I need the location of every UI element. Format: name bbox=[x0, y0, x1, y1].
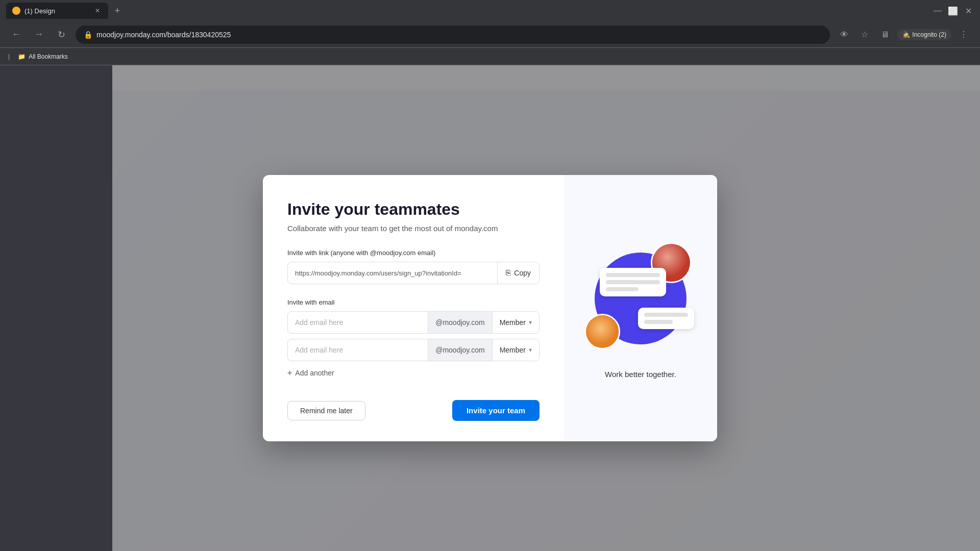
refresh-button[interactable]: ↻ bbox=[53, 27, 69, 43]
bookmarks-label: All Bookmarks bbox=[29, 53, 68, 60]
incognito-label: Incognito (2) bbox=[912, 31, 946, 38]
email-section-label: Invite with email bbox=[287, 298, 540, 306]
role-label-1: Member bbox=[500, 318, 526, 327]
copy-link-button[interactable]: ⎘ Copy bbox=[497, 262, 539, 284]
link-box: https://moodjoy.monday.com/users/sign_up… bbox=[287, 262, 540, 284]
invite-modal: Invite your teammates Collaborate with y… bbox=[263, 175, 717, 441]
email-row-1: @moodjoy.com Member ▾ bbox=[287, 311, 540, 334]
minimize-button[interactable]: — bbox=[932, 5, 943, 16]
link-section-label: Invite with link (anyone with @moodjoy.c… bbox=[287, 249, 540, 257]
modal-footer: Remind me later Invite your team bbox=[287, 384, 540, 421]
modal-right-panel: Work better together. bbox=[564, 175, 717, 441]
back-button[interactable]: ← bbox=[8, 27, 24, 43]
window-controls: — ⬜ ✕ bbox=[932, 5, 974, 16]
url-text: moodjoy.monday.com/boards/1830420525 bbox=[96, 31, 822, 39]
more-menu-button[interactable]: ⋮ bbox=[955, 27, 972, 43]
email-invite-section: Invite with email @moodjoy.com Member ▾ bbox=[287, 298, 540, 380]
chevron-down-icon-2: ▾ bbox=[529, 346, 532, 354]
chevron-down-icon-1: ▾ bbox=[529, 319, 532, 326]
browser-window: (1) Design ✕ + — ⬜ ✕ ← → ↻ 🔒 moodjoy.mon… bbox=[0, 0, 980, 551]
illustration-chat-bubble-2 bbox=[638, 308, 694, 329]
desktop-icon[interactable]: 🖥 bbox=[877, 27, 893, 43]
modal-title: Invite your teammates bbox=[287, 199, 540, 219]
add-another-label: Add another bbox=[295, 369, 334, 377]
tab-title: (1) Design bbox=[24, 7, 89, 15]
bookmarks-item[interactable]: 📁 All Bookmarks bbox=[14, 51, 72, 62]
link-invite-section: Invite with link (anyone with @moodjoy.c… bbox=[287, 249, 540, 284]
role-select-2[interactable]: Member ▾ bbox=[493, 339, 539, 361]
modal-overlay: Invite your teammates Collaborate with y… bbox=[0, 65, 980, 551]
plus-icon: + bbox=[287, 368, 292, 378]
lock-icon: 🔒 bbox=[84, 31, 92, 39]
browser-toolbar: ← → ↻ 🔒 moodjoy.monday.com/boards/183042… bbox=[0, 21, 980, 48]
modal-left-panel: Invite your teammates Collaborate with y… bbox=[263, 175, 564, 441]
domain-badge-2: @moodjoy.com bbox=[428, 339, 492, 361]
role-select-1[interactable]: Member ▾ bbox=[493, 312, 539, 333]
add-another-button[interactable]: + Add another bbox=[287, 366, 540, 380]
bookmarks-bar: | 📁 All Bookmarks bbox=[0, 48, 980, 65]
illustration bbox=[579, 237, 702, 360]
tab-favicon bbox=[12, 7, 20, 15]
tab-strip: (1) Design ✕ + bbox=[6, 3, 928, 19]
new-tab-button[interactable]: + bbox=[110, 4, 125, 18]
star-icon[interactable]: ☆ bbox=[856, 27, 873, 43]
chat-line-5 bbox=[644, 320, 673, 324]
copy-label: Copy bbox=[514, 269, 531, 277]
email-input-2[interactable] bbox=[288, 346, 428, 354]
close-button[interactable]: ✕ bbox=[963, 5, 974, 16]
address-bar[interactable]: 🔒 moodjoy.monday.com/boards/1830420525 bbox=[76, 26, 830, 44]
domain-badge-1: @moodjoy.com bbox=[428, 312, 492, 333]
modal-subtitle: Collaborate with your team to get the mo… bbox=[287, 224, 540, 233]
illustration-chat-bubble-1 bbox=[600, 268, 666, 296]
chat-line-1 bbox=[606, 273, 660, 277]
remind-later-button[interactable]: Remind me later bbox=[287, 401, 365, 420]
forward-button[interactable]: → bbox=[31, 27, 47, 43]
eye-off-icon[interactable]: 👁 bbox=[836, 27, 852, 43]
chat-line-4 bbox=[644, 313, 688, 317]
incognito-icon: 🕵 bbox=[902, 31, 910, 38]
illustration-avatar-2 bbox=[584, 314, 620, 349]
email-input-1[interactable] bbox=[288, 318, 428, 327]
copy-icon: ⎘ bbox=[506, 268, 511, 278]
folder-icon: 📁 bbox=[18, 53, 26, 60]
illustration-tagline: Work better together. bbox=[605, 370, 676, 379]
chat-line-3 bbox=[606, 287, 639, 291]
avatar-2-face bbox=[586, 315, 619, 348]
invite-team-button[interactable]: Invite your team bbox=[452, 400, 540, 421]
maximize-button[interactable]: ⬜ bbox=[947, 5, 959, 16]
chat-line-2 bbox=[606, 280, 660, 284]
page-content: Invite your teammates Collaborate with y… bbox=[0, 65, 980, 551]
role-label-2: Member bbox=[500, 346, 526, 354]
tab-close-button[interactable]: ✕ bbox=[93, 6, 102, 15]
invite-link-url: https://moodjoy.monday.com/users/sign_up… bbox=[288, 269, 497, 277]
incognito-badge[interactable]: 🕵 Incognito (2) bbox=[897, 29, 951, 40]
toolbar-actions: 👁 ☆ 🖥 🕵 Incognito (2) ⋮ bbox=[836, 27, 972, 43]
email-row-2: @moodjoy.com Member ▾ bbox=[287, 339, 540, 361]
separator: | bbox=[8, 53, 10, 60]
title-bar: (1) Design ✕ + — ⬜ ✕ bbox=[0, 0, 980, 21]
active-tab[interactable]: (1) Design ✕ bbox=[6, 3, 108, 19]
